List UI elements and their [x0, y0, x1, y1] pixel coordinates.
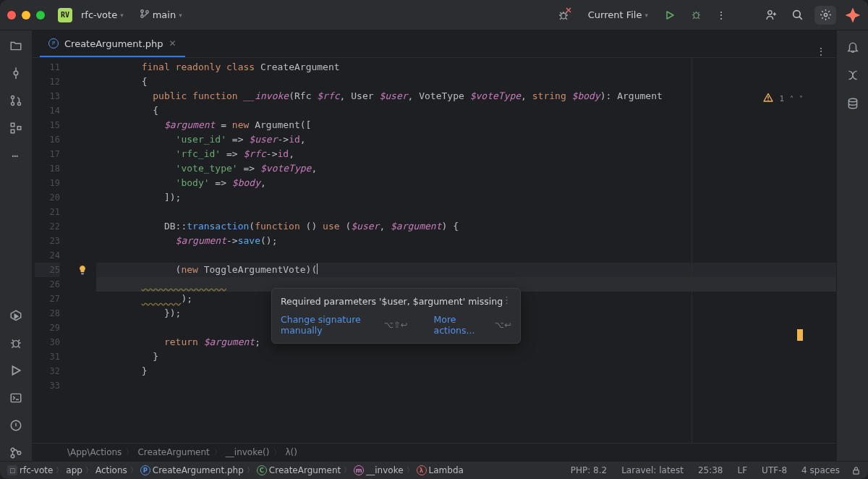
project-badge: RV	[58, 8, 72, 22]
editor-breadcrumbs[interactable]: \App\Actions〉CreateArgument〉__invoke()〉λ…	[33, 443, 836, 461]
code-with-me-icon[interactable]	[762, 7, 780, 24]
svg-rect-25	[854, 470, 859, 474]
more-tool-icon[interactable]: ⋯	[8, 148, 24, 164]
debug-new-icon[interactable]	[555, 7, 572, 24]
svg-point-7	[824, 13, 827, 16]
notifications-tool-icon[interactable]	[846, 41, 859, 56]
nav-path-item[interactable]: app	[66, 465, 82, 475]
nav-path-item[interactable]: PCreateArgument.php	[140, 465, 244, 475]
svg-point-11	[17, 102, 20, 105]
svg-rect-22	[82, 274, 84, 275]
svg-point-19	[11, 454, 14, 458]
ai-chat-tool-icon[interactable]	[846, 69, 859, 84]
search-icon[interactable]	[788, 7, 806, 24]
more-actions-link[interactable]: More actions...	[434, 314, 482, 336]
change-signature-link[interactable]: Change signature manually	[281, 314, 371, 336]
svg-rect-12	[11, 123, 14, 127]
tab-createargument[interactable]: P CreateArgument.php ✕	[40, 31, 185, 57]
terminal-tool-icon[interactable]	[8, 390, 24, 406]
error-stripe[interactable]	[796, 87, 803, 443]
branch-name-label: main	[153, 9, 176, 20]
svg-rect-21	[81, 273, 84, 274]
titlebar: RV rfc-vote ▾ main ▾ Current File ▾ ⋮	[0, 0, 868, 30]
encoding-status[interactable]: UTF-8	[756, 465, 793, 475]
php-file-icon: P	[48, 38, 59, 48]
left-tool-strip: ⋯	[0, 30, 33, 461]
debug-tool-icon[interactable]	[8, 335, 24, 351]
svg-point-6	[793, 11, 800, 18]
right-margin-guide	[692, 58, 692, 443]
nav-path-item[interactable]: Actions	[95, 465, 127, 475]
line-ending-status[interactable]: LF	[732, 465, 754, 475]
nav-path-item[interactable]: CCreateArgument	[257, 465, 341, 475]
services-tool-icon[interactable]	[8, 308, 24, 323]
indent-status[interactable]: 4 spaces	[796, 465, 846, 475]
vcs-tool-icon[interactable]	[8, 445, 24, 461]
svg-point-23	[768, 99, 770, 101]
svg-rect-14	[17, 127, 21, 130]
tab-label: CreateArgument.php	[64, 38, 163, 49]
chevron-down-icon: ▾	[120, 12, 124, 19]
pull-requests-icon[interactable]	[8, 93, 24, 109]
run-button[interactable]	[661, 7, 678, 24]
project-tool-icon[interactable]	[8, 38, 24, 54]
branch-selector[interactable]: main ▾	[135, 6, 187, 24]
close-window[interactable]	[7, 11, 16, 20]
problems-tool-icon[interactable]	[8, 417, 24, 433]
svg-point-8	[14, 71, 18, 75]
window-controls	[7, 11, 45, 20]
run-config-label: Current File	[588, 9, 642, 20]
svg-point-18	[11, 448, 14, 452]
project-name-label: rfc-vote	[81, 9, 117, 20]
chevron-down-icon: ▾	[644, 12, 648, 19]
nav-path-item[interactable]: □rfc-vote	[7, 465, 53, 475]
ai-assistant-icon[interactable]	[845, 7, 861, 23]
prev-problem-icon[interactable]: ˄	[790, 95, 793, 103]
svg-point-5	[767, 11, 771, 14]
settings-button[interactable]	[814, 6, 836, 25]
chevron-down-icon: ▾	[179, 12, 182, 19]
warning-icon	[763, 93, 773, 105]
breadcrumb-item[interactable]: CreateArgument	[137, 447, 209, 457]
tabs-menu-icon[interactable]: ⋮	[816, 46, 827, 57]
navigation-bar[interactable]: □rfc-vote〉app〉Actions〉PCreateArgument.ph…	[0, 461, 868, 479]
debug-button[interactable]	[687, 7, 705, 24]
cursor-position-status: 25:38	[692, 465, 729, 475]
stripe-warning-marker[interactable]	[797, 329, 803, 341]
run-tool-icon[interactable]	[8, 363, 24, 378]
nav-path-item[interactable]: m__invoke	[354, 465, 403, 475]
close-tab-icon[interactable]: ✕	[169, 38, 176, 48]
svg-point-3	[561, 13, 566, 19]
intention-bulb-icon[interactable]	[69, 263, 96, 277]
warning-count: 1	[779, 94, 784, 103]
breadcrumb-item[interactable]: __invoke()	[226, 447, 270, 457]
structure-tool-icon[interactable]	[8, 120, 24, 136]
svg-point-4	[694, 13, 699, 19]
editor[interactable]: 1112131415161718192021222324252627282930…	[33, 58, 836, 443]
popup-more-icon[interactable]: ⋮	[502, 294, 513, 305]
commit-tool-icon[interactable]	[8, 65, 24, 81]
shortcut-label: ⌥⇧↩	[384, 320, 408, 330]
editor-tabs: P CreateArgument.php ✕ ⋮	[33, 30, 836, 58]
breadcrumb-item[interactable]: λ()	[285, 447, 297, 457]
project-selector[interactable]: rfc-vote ▾	[77, 7, 128, 23]
readonly-lock-icon[interactable]	[851, 466, 861, 475]
svg-point-10	[11, 102, 14, 105]
nav-path-item[interactable]: λLambda	[417, 465, 464, 475]
laravel-version-status[interactable]: Laravel: latest	[616, 465, 689, 475]
maximize-window[interactable]	[36, 11, 45, 20]
svg-rect-13	[11, 130, 14, 133]
run-config-selector[interactable]: Current File ▾	[581, 7, 652, 23]
minimize-window[interactable]	[22, 11, 30, 20]
right-tool-strip	[836, 30, 868, 461]
intention-popup: ⋮ Required parameters '$user, $argument'…	[271, 288, 521, 344]
shortcut-label: ⌥↩	[495, 320, 511, 330]
more-menu-icon[interactable]: ⋮	[713, 7, 731, 24]
line-gutter: 1112131415161718192021222324252627282930…	[33, 58, 69, 443]
svg-point-15	[13, 341, 19, 347]
php-version-status[interactable]: PHP: 8.2	[565, 465, 613, 475]
breadcrumb-item[interactable]: \App\Actions	[67, 447, 122, 457]
code-area[interactable]: final readonly class CreateArgument { pu…	[96, 58, 836, 443]
database-tool-icon[interactable]	[846, 97, 859, 112]
svg-point-9	[11, 96, 14, 98]
